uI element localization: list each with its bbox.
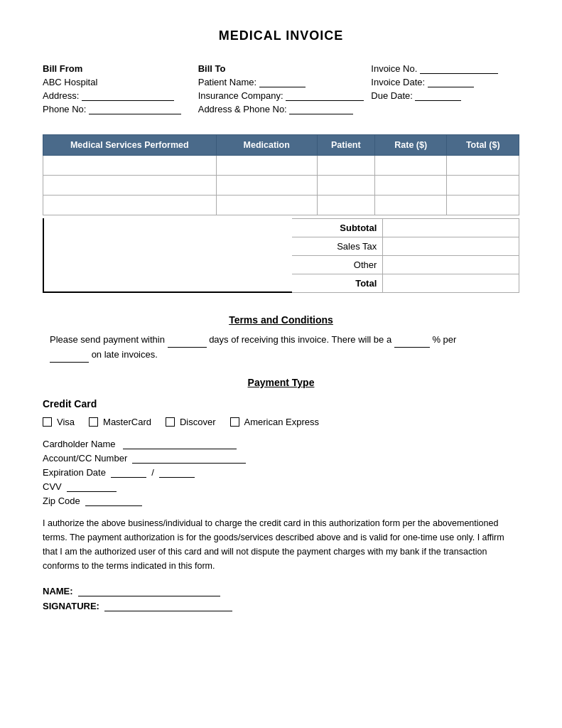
card-types: Visa MasterCard Discover American Expres… [43, 417, 519, 427]
percent-field[interactable] [394, 338, 430, 348]
cvv-label: CVV [43, 481, 62, 492]
cell-rate-3[interactable] [374, 196, 447, 215]
table-row [43, 176, 519, 196]
patient-name-field[interactable] [259, 77, 306, 87]
cvv-field[interactable] [67, 482, 117, 492]
cell-rate-1[interactable] [374, 156, 447, 176]
invoice-no-line: Invoice No. [371, 63, 519, 74]
visa-checkbox[interactable] [43, 417, 52, 427]
mastercard-checkbox[interactable] [89, 417, 98, 427]
col-header-rate: Rate ($) [374, 135, 447, 156]
cell-patient-2[interactable] [317, 176, 374, 196]
bill-to-col: Bill To Patient Name: Insurance Company:… [198, 63, 364, 117]
total-label: Total [292, 274, 383, 293]
subtotal-value[interactable] [383, 219, 519, 237]
page-title: MEDICAL INVOICE [43, 28, 519, 43]
amex-checkbox[interactable] [230, 417, 239, 427]
total-value[interactable] [383, 274, 519, 293]
table-header-row: Medical Services Performed Medication Pa… [43, 135, 519, 156]
col-header-services: Medical Services Performed [43, 135, 217, 156]
invoice-date-field[interactable] [428, 77, 474, 87]
total-row: Total [292, 274, 519, 293]
account-field[interactable] [132, 454, 246, 464]
payment-section: Payment Type Credit Card Visa MasterCard… [43, 377, 519, 611]
payment-title: Payment Type [43, 377, 519, 388]
signature-line: SIGNATURE: [43, 601, 519, 611]
table-row [43, 156, 519, 176]
name-field[interactable] [78, 587, 220, 596]
amex-label: American Express [244, 417, 319, 427]
invoice-no-field[interactable] [420, 64, 498, 74]
cell-medication-1[interactable] [216, 156, 317, 176]
due-date-field[interactable] [415, 91, 461, 101]
billing-header: Bill From ABC Hospital Address: Phone No… [43, 63, 519, 117]
late-field[interactable] [50, 353, 89, 363]
bill-from-title: Bill From [43, 63, 191, 74]
card-fields: Cardholder Name Account/CC Number Expira… [43, 439, 519, 506]
zip-label: Zip Code [43, 496, 80, 506]
other-value[interactable] [383, 256, 519, 274]
col-header-patient: Patient [317, 135, 374, 156]
sales-tax-value[interactable] [383, 237, 519, 256]
exp-year-field[interactable] [159, 468, 195, 478]
cell-service-3[interactable] [43, 196, 217, 215]
discover-checkbox[interactable] [166, 417, 175, 427]
cell-patient-1[interactable] [317, 156, 374, 176]
days-field[interactable] [168, 338, 207, 348]
zip-field[interactable] [85, 496, 142, 506]
cardholder-label: Cardholder Name [43, 439, 116, 449]
insurance-line: Insurance Company: [198, 90, 364, 101]
expiration-label: Expiration Date [43, 467, 106, 478]
mastercard-label: MasterCard [103, 417, 151, 427]
account-label: Account/CC Number [43, 453, 127, 464]
phone-field[interactable] [89, 105, 181, 114]
invoice-date-line: Invoice Date: [371, 77, 519, 87]
account-line: Account/CC Number [43, 453, 519, 464]
cell-rate-2[interactable] [374, 176, 447, 196]
sales-tax-label: Sales Tax [292, 237, 383, 256]
address-line: Address: [43, 90, 191, 101]
totals-left-border [43, 218, 292, 293]
cell-service-1[interactable] [43, 156, 217, 176]
hospital-name: ABC Hospital [43, 77, 191, 87]
name-label: NAME: [43, 586, 73, 596]
exp-month-field[interactable] [111, 468, 146, 478]
terms-text: Please send payment within days of recei… [50, 333, 512, 363]
cvv-line: CVV [43, 481, 519, 492]
cell-total-1[interactable] [447, 156, 519, 176]
totals-table: Subtotal Sales Tax Other Total [292, 218, 519, 293]
credit-card-title: Credit Card [43, 398, 519, 410]
patient-line: Patient Name: [198, 77, 364, 87]
cell-service-2[interactable] [43, 176, 217, 196]
cell-medication-3[interactable] [216, 196, 317, 215]
visa-label: Visa [57, 417, 75, 427]
amex-option: American Express [230, 417, 319, 427]
bill-to-title: Bill To [198, 63, 364, 74]
cell-patient-3[interactable] [317, 196, 374, 215]
cell-total-2[interactable] [447, 176, 519, 196]
mastercard-option: MasterCard [89, 417, 151, 427]
subtotal-row: Subtotal [292, 219, 519, 237]
cell-total-3[interactable] [447, 196, 519, 215]
bill-from-col: Bill From ABC Hospital Address: Phone No… [43, 63, 191, 117]
terms-section: Terms and Conditions Please send payment… [43, 314, 519, 363]
auth-text: I authorize the above business/individua… [43, 516, 519, 573]
discover-label: Discover [180, 417, 216, 427]
invoice-info-col: Invoice No. Invoice Date: Due Date: [371, 63, 519, 117]
bill-address-line: Address & Phone No: [198, 104, 364, 114]
subtotal-label: Subtotal [292, 219, 383, 237]
visa-option: Visa [43, 417, 75, 427]
signature-field[interactable] [104, 601, 232, 611]
due-date-line: Due Date: [371, 90, 519, 101]
address-field[interactable] [82, 91, 174, 101]
bill-address-field[interactable] [289, 105, 353, 114]
cell-medication-2[interactable] [216, 176, 317, 196]
expiration-line: Expiration Date / [43, 467, 519, 478]
table-row [43, 196, 519, 215]
zip-line: Zip Code [43, 496, 519, 506]
discover-option: Discover [166, 417, 216, 427]
cardholder-field[interactable] [123, 439, 237, 449]
signature-section: NAME: SIGNATURE: [43, 586, 519, 611]
insurance-field[interactable] [286, 91, 364, 101]
terms-title: Terms and Conditions [229, 314, 333, 326]
